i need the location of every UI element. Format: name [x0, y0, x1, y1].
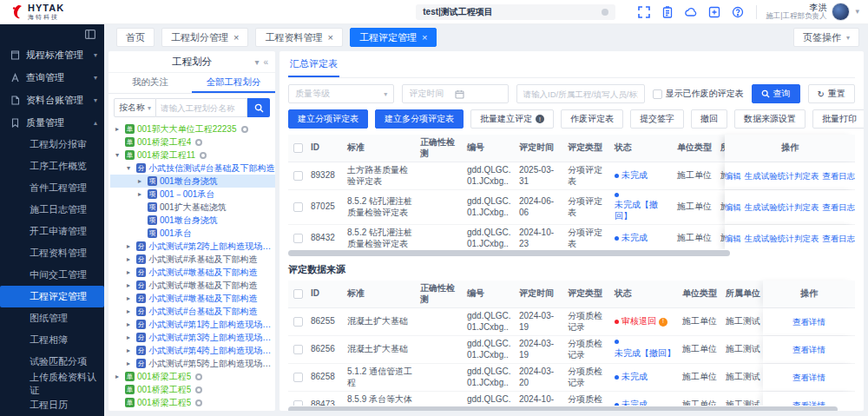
- tree-node[interactable]: 单 001桥梁工程5: [110, 383, 275, 396]
- action-button[interactable]: 作废评定表 !: [561, 109, 623, 129]
- tree-node[interactable]: 分 小武测试#承基础及下部构造: [110, 253, 275, 266]
- tab-all-divisions[interactable]: 全部工程划分: [192, 73, 275, 93]
- tree-node-label[interactable]: 小武测试#第1跨上部构造现场浇筑: [148, 319, 275, 331]
- sidebar-item[interactable]: 工程资料管理: [0, 242, 104, 264]
- collapse-panel-icon[interactable]: «: [263, 57, 268, 67]
- tree-node-label[interactable]: 001桥梁工程11: [137, 149, 195, 162]
- tree-node-label[interactable]: 小武测试#第3跨上部构造现场浇筑: [148, 332, 275, 344]
- row-action-link[interactable]: 查看日志: [822, 171, 855, 182]
- tree-node[interactable]: 单 001桥梁工程4: [110, 135, 275, 149]
- action-button[interactable]: 数据来源设置 !: [734, 109, 806, 129]
- help-icon[interactable]: [732, 6, 744, 18]
- tree-node-label[interactable]: 001－001承台: [160, 188, 214, 201]
- page-tab[interactable]: 工程评定管理 ×: [350, 28, 437, 47]
- tree-node[interactable]: 分 小武测试#台基础及下部构造: [110, 305, 275, 318]
- expander-icon[interactable]: [115, 152, 122, 159]
- close-icon[interactable]: ×: [233, 33, 239, 43]
- search-by-select[interactable]: 按名称 ▾: [114, 98, 156, 117]
- tree-node-label[interactable]: 001桥梁工程5: [137, 410, 191, 412]
- tree-node-label[interactable]: 001郭大大单位工程22235: [137, 123, 237, 135]
- sidebar-item[interactable]: 工程相簿: [0, 329, 104, 351]
- tree-node[interactable]: 分 小武测试#墩基础及下部构造: [110, 292, 275, 305]
- tree-node-label[interactable]: 小武测试#第5跨上部构造现场浇筑: [148, 358, 275, 370]
- tree-node[interactable]: 项 001墩台身浇筑: [110, 175, 275, 188]
- tree-node-label[interactable]: 001承台: [160, 228, 192, 240]
- tree-node[interactable]: 分 小武测试#第4跨上部构造现场浇筑: [110, 344, 275, 357]
- row-checkbox[interactable]: [288, 392, 307, 406]
- expander-icon[interactable]: [127, 321, 134, 328]
- horizontal-scrollbar[interactable]: [288, 250, 855, 256]
- sidebar-item[interactable]: 上传质检资料认证: [0, 373, 104, 394]
- tree-search-input[interactable]: [156, 98, 247, 117]
- tree-node[interactable]: 项 001墩台身浇筑: [110, 214, 275, 227]
- row-checkbox[interactable]: [288, 190, 307, 224]
- row-checkbox[interactable]: [288, 225, 307, 249]
- row-action-link[interactable]: 编辑: [725, 171, 741, 182]
- expander-icon[interactable]: [127, 269, 134, 276]
- target-icon[interactable]: [195, 373, 202, 380]
- tree-node-label[interactable]: 001桥梁工程5: [137, 397, 191, 409]
- add-box-icon[interactable]: [708, 6, 720, 18]
- row-checkbox[interactable]: [288, 336, 307, 363]
- status-text[interactable]: 审核退回: [621, 316, 656, 327]
- sidebar-item[interactable]: 工序工作概览: [0, 155, 104, 177]
- tab-summary-table[interactable]: 汇总评定表: [288, 57, 339, 77]
- expander-icon[interactable]: [127, 243, 134, 250]
- tree-node[interactable]: 分 小武测试#第5跨上部构造现场浇筑: [110, 357, 275, 370]
- sidebar-item[interactable]: 开工申请管理: [0, 221, 104, 242]
- row-checkbox[interactable]: [288, 162, 307, 189]
- tree-node[interactable]: 项 001扩大基础浇筑: [110, 201, 275, 214]
- tree-node[interactable]: 分 小武测试#第1跨上部构造现场浇筑: [110, 318, 275, 331]
- sidebar-group-ledger[interactable]: 资料台账管理 ▾: [0, 89, 104, 111]
- close-icon[interactable]: ×: [327, 33, 332, 43]
- row-action-link[interactable]: 查看日志: [822, 202, 855, 213]
- tree-node-label[interactable]: 小武测试#承基础及下部构造: [148, 254, 258, 266]
- tree-node[interactable]: 分 小武技信测试#台基础及下部构造: [110, 162, 275, 175]
- sidebar-item[interactable]: 工程划分报审: [0, 134, 104, 155]
- target-icon[interactable]: [195, 399, 202, 406]
- sidebar-item[interactable]: 工程评定管理: [0, 286, 104, 307]
- show-voided-checkbox[interactable]: 显示已作废的评定表: [653, 88, 744, 100]
- expander-icon[interactable]: [127, 165, 134, 172]
- tree-node-label[interactable]: 小武测试#墩基础及下部构造: [148, 267, 258, 279]
- expander-icon[interactable]: [115, 126, 122, 133]
- tree-node[interactable]: 单 001桥梁工程5: [110, 396, 275, 409]
- tree-node[interactable]: 单 001桥梁工程5: [110, 409, 275, 411]
- user-caret-down-icon[interactable]: ▾: [855, 7, 859, 16]
- tree-node[interactable]: 单 001郭大大单位工程22235: [110, 122, 275, 135]
- target-icon[interactable]: [195, 386, 202, 393]
- tree-node[interactable]: 分 小武测试#墩基础及下部构造: [110, 279, 275, 292]
- tree-node[interactable]: 分 小武测试#第3跨上部构造现场浇筑: [110, 331, 275, 344]
- row-action-link[interactable]: 编辑: [725, 234, 741, 244]
- tree-node-label[interactable]: 小武测试#台基础及下部构造: [148, 306, 258, 318]
- sidebar-item[interactable]: 施工日志管理: [0, 199, 104, 221]
- view-detail-link[interactable]: 查看详情: [792, 373, 825, 383]
- sidebar-item[interactable]: 工程日历: [0, 394, 104, 416]
- sidebar-group-query[interactable]: 查询管理 ▾: [0, 66, 104, 89]
- target-icon[interactable]: [241, 126, 248, 133]
- tree-node-label[interactable]: 小武测试#墩基础及下部构造: [148, 293, 258, 305]
- fullscreen-icon[interactable]: [638, 6, 650, 18]
- select-all-checkbox[interactable]: [288, 135, 307, 162]
- sidebar-item[interactable]: 试验匹配分项: [0, 351, 104, 373]
- tree-node[interactable]: 分 小武测试#第2跨上部构造现场浇筑: [110, 240, 275, 253]
- quality-grade-select[interactable]: 质量等级 ▾: [288, 84, 394, 103]
- row-action-link[interactable]: 生成试验统计判定表: [745, 171, 819, 182]
- tree-node[interactable]: 项 001承台: [110, 227, 275, 240]
- tree-node[interactable]: 单 001桥梁工程5: [110, 370, 275, 383]
- tree-node-label[interactable]: 小武测试#第2跨上部构造现场浇筑: [148, 241, 275, 253]
- tree-node-label[interactable]: 001桥梁工程5: [137, 371, 191, 383]
- action-button[interactable]: 撤回 !: [691, 109, 727, 129]
- tree-node-label[interactable]: 001墩台身浇筑: [160, 215, 218, 227]
- view-detail-link[interactable]: 查看详情: [792, 400, 825, 406]
- tree-node-label[interactable]: 小武技信测试#台基础及下部构造: [148, 162, 275, 175]
- status-text[interactable]: 未完成【撤回】: [615, 348, 675, 360]
- status-text[interactable]: 未完成: [621, 372, 648, 383]
- tree-node[interactable]: 项 001－001承台: [110, 188, 275, 201]
- status-text[interactable]: 未完成【撤回】: [615, 200, 670, 221]
- tree-node[interactable]: 分 小武测试#墩基础及下部构造: [110, 266, 275, 279]
- reset-button[interactable]: ↻ 重置: [808, 84, 855, 103]
- collapse-sidebar-icon[interactable]: [85, 30, 95, 39]
- cloud-icon[interactable]: [685, 6, 697, 18]
- sidebar-item[interactable]: 图纸管理: [0, 307, 104, 329]
